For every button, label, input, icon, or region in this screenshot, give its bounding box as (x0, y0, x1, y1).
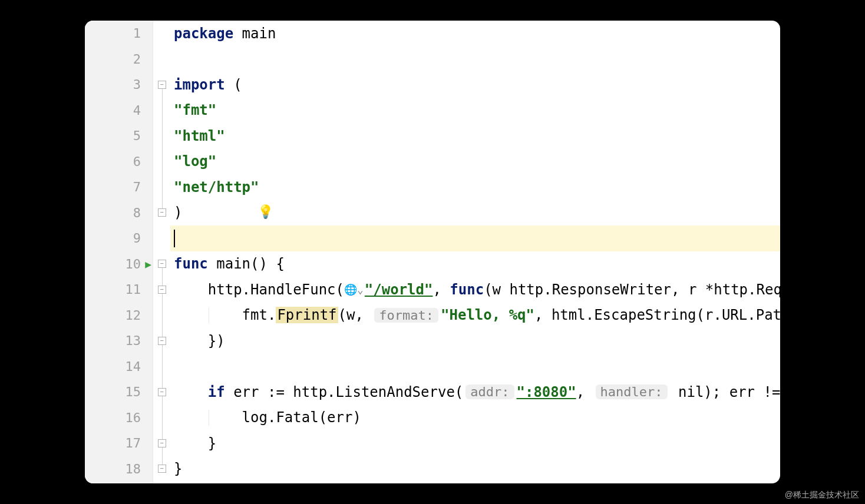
fold-toggle-icon[interactable]: − (158, 260, 166, 268)
code-text: log.Fatal(err) (174, 409, 361, 426)
string-literal: "Hello, %q" (441, 307, 534, 323)
gutter-row[interactable]: 11 (85, 277, 153, 303)
code-line: fmt.Fprintf(w, format: "Hello, %q", html… (170, 303, 780, 329)
code-text: } (174, 460, 182, 477)
code-text: , html.EscapeString(r.URL.Path)) (534, 307, 780, 323)
code-line: "net/http" (170, 174, 780, 200)
line-number: 18 (117, 462, 141, 476)
code-text: , (576, 384, 593, 400)
fold-column: −−−−−−−− (153, 21, 170, 483)
line-number: 6 (117, 154, 141, 169)
code-text: , (432, 281, 450, 298)
fold-toggle-icon[interactable]: − (158, 81, 166, 89)
string-literal: "html" (174, 128, 225, 144)
fold-toggle-icon[interactable]: − (158, 388, 166, 396)
code-line: http.HandleFunc(🌐⌄"/world", func(w http.… (170, 277, 780, 303)
fold-cell: − (153, 328, 170, 354)
fold-toggle-icon[interactable]: − (158, 465, 166, 473)
code-line: "html" (170, 123, 780, 149)
line-number: 13 (117, 333, 141, 348)
param-hint: format: (374, 308, 438, 323)
code-line: if err := http.ListenAndServe(addr: ":80… (170, 379, 780, 405)
fold-cell (153, 405, 170, 431)
gutter-row[interactable]: 18 (85, 456, 153, 482)
fold-cell: − (153, 456, 170, 482)
code-text: (w http.ResponseWriter, r *http.Request)… (484, 281, 780, 298)
gutter-row[interactable]: 7 (85, 174, 153, 200)
code-line: "log" (170, 149, 780, 175)
fold-cell (153, 47, 170, 72)
gutter-row[interactable]: 3 (85, 72, 153, 98)
fold-cell (153, 123, 170, 149)
fold-cell (153, 354, 170, 380)
highlighted-func: Fprintf (276, 307, 338, 323)
code-line: func main() { (170, 251, 780, 277)
fold-cell: − (153, 72, 170, 98)
fold-toggle-icon[interactable]: − (158, 439, 166, 447)
code-editor-window: 12345678910▶1112131415161718 −−−−−−−− 💡 … (85, 21, 780, 483)
gutter-row[interactable]: 17 (85, 430, 153, 456)
code-line (170, 47, 780, 72)
code-line: log.Fatal(err) (170, 405, 780, 431)
line-number: 8 (117, 205, 141, 220)
code-line: } (170, 456, 780, 482)
line-number: 14 (117, 359, 141, 374)
code-text: fmt. (174, 307, 276, 323)
code-text: }) (174, 333, 225, 349)
code-text: main() { (208, 256, 285, 272)
string-literal: "log" (174, 153, 216, 170)
intention-bulb-icon[interactable]: 💡 (257, 204, 273, 219)
keyword: import (174, 77, 225, 93)
gutter-row[interactable]: 1 (85, 21, 153, 47)
gutter-row[interactable]: 16 (85, 405, 153, 431)
url-link[interactable]: "/world" (365, 281, 433, 298)
gutter-row[interactable]: 6 (85, 149, 153, 175)
keyword: func (450, 281, 484, 298)
code-line-current[interactable] (170, 226, 780, 251)
line-number: 1 (117, 26, 141, 41)
run-gutter-icon[interactable]: ▶ (145, 258, 151, 270)
code-text: main (233, 25, 276, 42)
code-line: "fmt" (170, 98, 780, 124)
line-number: 15 (117, 384, 141, 399)
gutter-row[interactable]: 10▶ (85, 251, 153, 277)
fold-toggle-icon[interactable]: − (158, 337, 166, 345)
line-number-gutter: 12345678910▶1112131415161718 (85, 21, 153, 483)
fold-cell: − (153, 277, 170, 303)
fold-toggle-icon[interactable]: − (158, 208, 166, 217)
line-number: 9 (117, 231, 141, 246)
globe-icon[interactable]: 🌐⌄ (344, 283, 364, 296)
line-number: 10 (117, 257, 141, 271)
fold-cell: − (153, 379, 170, 405)
line-number: 17 (117, 436, 141, 450)
fold-cell (153, 226, 170, 251)
string-literal: "net/http" (174, 179, 259, 195)
gutter-row[interactable]: 9 (85, 226, 153, 251)
gutter-row[interactable]: 14 (85, 354, 153, 380)
fold-cell: − (153, 251, 170, 277)
code-line: package main (170, 21, 780, 47)
line-number: 2 (117, 52, 141, 67)
code-area[interactable]: 💡 package main import ( "fmt" "html" "lo… (170, 21, 780, 483)
fold-toggle-icon[interactable]: − (158, 286, 166, 294)
string-link[interactable]: ":8080" (517, 384, 576, 400)
gutter-row[interactable]: 12 (85, 303, 153, 329)
line-number: 11 (117, 282, 141, 297)
string-literal: "fmt" (174, 102, 216, 118)
fold-cell (153, 98, 170, 124)
gutter-row[interactable]: 8 (85, 200, 153, 226)
code-line (170, 354, 780, 380)
line-number: 7 (117, 180, 141, 194)
fold-cell (153, 21, 170, 47)
gutter-row[interactable]: 2 (85, 47, 153, 72)
gutter-row[interactable]: 5 (85, 123, 153, 149)
gutter-row[interactable]: 15 (85, 379, 153, 405)
text-cursor (174, 230, 175, 247)
gutter-row[interactable]: 4 (85, 98, 153, 124)
code-text: (w, (338, 307, 372, 323)
keyword: if (208, 384, 225, 400)
code-text: err := http.ListenAndServe( (225, 384, 464, 400)
code-line: } (170, 430, 780, 456)
param-hint: handler: (596, 384, 668, 399)
gutter-row[interactable]: 13 (85, 328, 153, 354)
